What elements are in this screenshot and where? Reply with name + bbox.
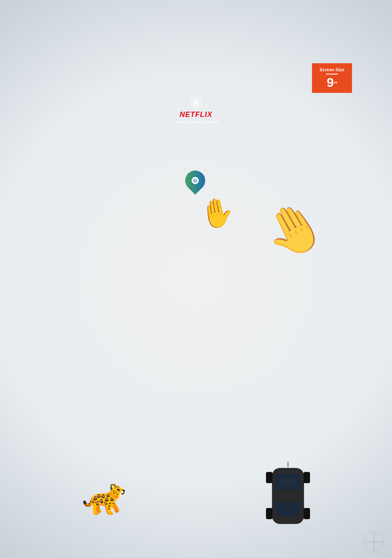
screen-size-badge: Screen Size 9" [312, 63, 352, 93]
svg-rect-4 [266, 508, 272, 519]
badge-size: 9" [315, 76, 349, 89]
maps-pin: G [181, 166, 209, 195]
maps-icon-wrapper: G [185, 171, 207, 197]
netflix-subtitle: Continue Marvel's Daredevil [174, 120, 218, 124]
netflix-content: NETFLIX Continue Marvel's Daredevil [174, 96, 218, 124]
viewing-angle-indicator [362, 530, 376, 540]
svg-rect-3 [304, 472, 310, 483]
feature-grid: ☀ No light reflecting under 360° direct … [0, 337, 392, 558]
play-button[interactable] [190, 96, 202, 109]
svg-rect-5 [304, 508, 310, 519]
netflix-logo: NETFLIX [174, 110, 218, 119]
maps-pin-container: G [185, 171, 207, 197]
svg-rect-1 [276, 502, 300, 516]
car-image [200, 452, 376, 540]
svg-rect-6 [279, 477, 297, 487]
car-visual [200, 452, 376, 540]
feature-car: Large Viewing Angle [200, 452, 376, 550]
car-svg [264, 460, 312, 532]
svg-rect-2 [266, 472, 272, 483]
badge-label: Screen Size [315, 67, 349, 72]
badge-divider [326, 74, 338, 74]
cheetah-emoji: 🐆 [82, 475, 126, 517]
